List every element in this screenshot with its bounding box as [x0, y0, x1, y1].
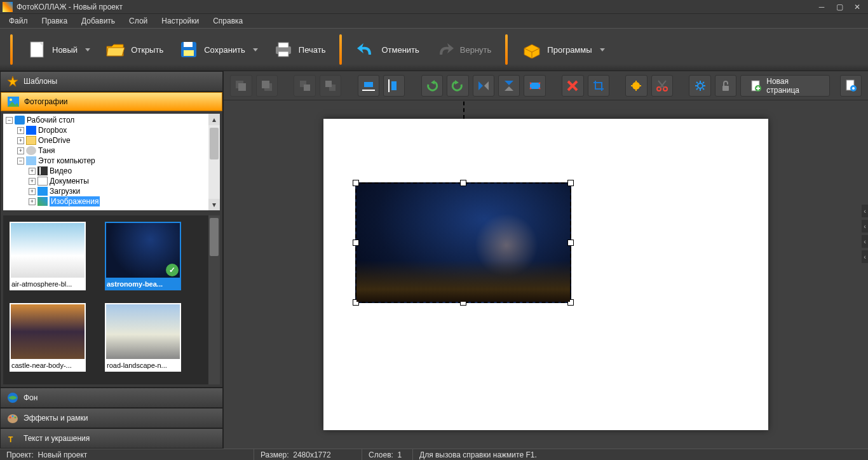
right-tab[interactable]: ‹	[862, 250, 868, 263]
send-to-back-button[interactable]	[320, 75, 341, 97]
svg-marker-30	[431, 80, 435, 85]
folder-tree[interactable]: −Рабочий стол +Dropbox +OneDrive +Таня −…	[3, 114, 220, 210]
svg-point-16	[15, 417, 17, 419]
svg-rect-41	[722, 86, 729, 91]
magic-button[interactable]	[625, 75, 647, 97]
menu-help[interactable]: Справка	[207, 15, 249, 27]
maximize-button[interactable]: ▢	[831, 1, 848, 13]
thumbnail-item[interactable]: ✓ astronomy-bea...	[105, 222, 181, 290]
tree-collapse-icon[interactable]: −	[17, 158, 24, 165]
status-layers: Слоев: 1	[362, 449, 413, 460]
dropbox-icon	[26, 126, 36, 135]
menu-file[interactable]: Файл	[3, 15, 34, 27]
redo-button[interactable]: Вернуть	[430, 37, 497, 62]
thumbnail-item[interactable]: air-atmosphere-bl...	[10, 222, 86, 290]
computer-icon	[26, 156, 36, 165]
resize-handle-w[interactable]	[353, 240, 359, 246]
right-tab[interactable]: ‹	[862, 205, 868, 217]
placed-image[interactable]	[355, 182, 571, 303]
cut-button[interactable]	[651, 75, 673, 97]
accordion-background[interactable]: Фон	[1, 388, 222, 407]
right-tab[interactable]: ‹	[862, 235, 868, 248]
open-button[interactable]: Открыть	[100, 37, 168, 62]
tree-expand-icon[interactable]: +	[29, 178, 36, 185]
flip-horizontal-button[interactable]	[473, 75, 494, 97]
resize-handle-n[interactable]	[460, 180, 466, 186]
svg-rect-23	[304, 85, 310, 91]
align-vertical-button[interactable]	[383, 75, 405, 97]
pictures-folder-icon	[37, 197, 48, 206]
thumbnail-grid: air-atmosphere-bl... ✓ astronomy-bea... …	[3, 215, 220, 384]
right-tab-strip: ‹ ‹ ‹ ‹	[862, 205, 868, 263]
page-add-icon	[750, 80, 761, 91]
main-toolbar: Новый Открыть Сохранить Печать Отменить …	[0, 28, 868, 71]
thumbs-scrollbar[interactable]	[208, 215, 220, 384]
align-horizontal-button[interactable]	[358, 75, 379, 97]
scroll-thumb[interactable]	[210, 128, 219, 159]
settings-button[interactable]	[689, 75, 710, 97]
folder-open-icon	[105, 39, 126, 60]
svg-rect-25	[325, 81, 332, 87]
scroll-down-icon[interactable]: ▾	[208, 199, 220, 210]
programs-button[interactable]: Программы	[517, 37, 609, 62]
tree-expand-icon[interactable]: +	[17, 127, 24, 134]
resize-handle-sw[interactable]	[353, 299, 359, 306]
tree-expand-icon[interactable]: +	[29, 168, 36, 175]
print-button[interactable]: Печать	[268, 37, 331, 62]
tree-expand-icon[interactable]: +	[29, 198, 36, 205]
close-button[interactable]: ✕	[849, 1, 865, 13]
delete-button[interactable]	[562, 75, 583, 97]
scroll-up-icon[interactable]: ▴	[208, 114, 220, 125]
minimize-button[interactable]: ─	[813, 1, 830, 13]
right-tab[interactable]: ‹	[862, 220, 868, 233]
box-icon	[522, 39, 542, 60]
svg-marker-32	[478, 81, 483, 90]
thumbnail-item[interactable]: road-landscape-n...	[105, 303, 181, 372]
resize-handle-ne[interactable]	[567, 180, 574, 186]
rotate-left-button[interactable]	[421, 75, 443, 97]
accordion-effects[interactable]: Эффекты и рамки	[1, 409, 222, 428]
accordion-photos[interactable]: Фотографии	[1, 92, 222, 111]
bring-to-front-button[interactable]	[294, 75, 315, 97]
svg-marker-34	[505, 81, 513, 85]
fit-button[interactable]	[524, 75, 545, 97]
page-settings-button[interactable]	[840, 75, 862, 97]
status-help: Для вызова справки нажмите F1.	[413, 449, 868, 460]
accordion-templates[interactable]: Шаблоны	[1, 72, 222, 91]
tree-collapse-icon[interactable]: −	[6, 117, 13, 124]
rotate-right-button[interactable]	[447, 75, 468, 97]
save-button[interactable]: Сохранить	[173, 37, 263, 62]
flip-vertical-button[interactable]	[498, 75, 520, 97]
thumbnail-item[interactable]: castle-near-body-...	[10, 303, 86, 372]
svg-point-14	[10, 417, 11, 419]
scroll-thumb[interactable]	[210, 218, 219, 256]
send-backward-button[interactable]	[256, 75, 278, 97]
bring-forward-button[interactable]	[230, 75, 252, 97]
menu-layer[interactable]: Слой	[123, 15, 154, 27]
resize-handle-se[interactable]	[567, 299, 574, 306]
new-button[interactable]: Новый	[22, 37, 95, 62]
svg-rect-3	[184, 42, 193, 47]
check-icon: ✓	[166, 264, 179, 276]
tree-expand-icon[interactable]: +	[17, 137, 24, 144]
canvas-toolbar: Новая страница	[224, 71, 868, 100]
resize-handle-e[interactable]	[567, 240, 574, 246]
accordion-text[interactable]: T Текст и украшения	[1, 429, 222, 448]
menu-add[interactable]: Добавить	[75, 15, 121, 27]
resize-handle-nw[interactable]	[353, 180, 359, 186]
onedrive-icon	[26, 136, 36, 145]
menu-settings[interactable]: Настройки	[155, 15, 205, 27]
menu-edit[interactable]: Правка	[36, 15, 74, 27]
page[interactable]	[323, 119, 768, 430]
canvas-viewport[interactable]	[224, 100, 868, 449]
tree-scrollbar[interactable]: ▴ ▾	[208, 114, 220, 210]
app-icon	[3, 2, 13, 12]
tree-expand-icon[interactable]: +	[17, 147, 24, 154]
new-page-button[interactable]: Новая страница	[740, 75, 829, 97]
lock-button[interactable]	[715, 75, 736, 97]
svg-rect-6	[278, 43, 288, 48]
undo-button[interactable]: Отменить	[351, 37, 424, 62]
tree-expand-icon[interactable]: +	[29, 188, 36, 195]
resize-handle-s[interactable]	[460, 299, 466, 306]
crop-button[interactable]	[588, 75, 609, 97]
